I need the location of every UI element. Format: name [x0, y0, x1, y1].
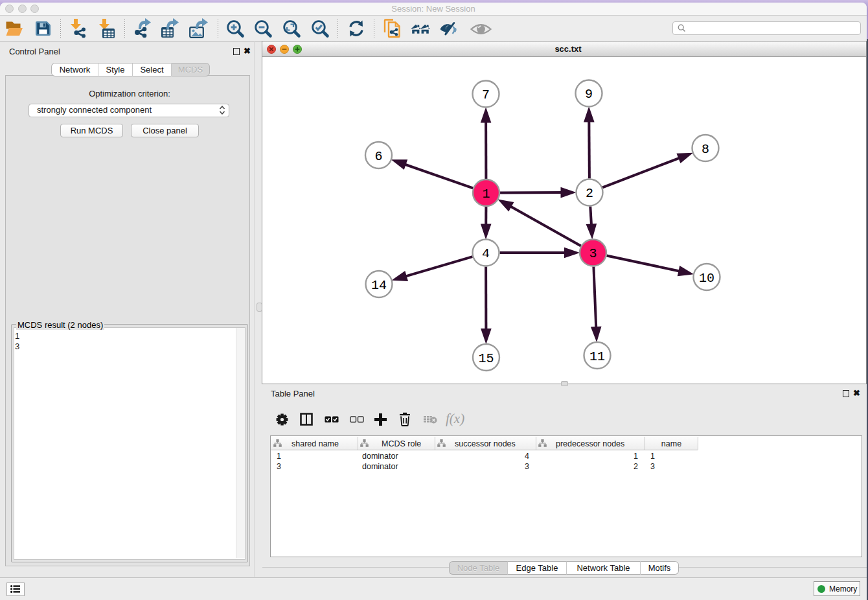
svg-text:4: 4 [482, 246, 490, 261]
svg-text:8: 8 [702, 142, 709, 157]
svg-text:10: 10 [699, 271, 714, 286]
svg-text:7: 7 [482, 87, 490, 102]
svg-text:2: 2 [586, 186, 593, 201]
svg-text:3: 3 [589, 246, 597, 261]
svg-text:9: 9 [585, 87, 593, 102]
svg-text:11: 11 [589, 349, 605, 364]
svg-text:1: 1 [482, 187, 490, 202]
svg-text:14: 14 [371, 278, 387, 293]
svg-text:15: 15 [478, 351, 494, 366]
svg-text:6: 6 [374, 149, 382, 164]
